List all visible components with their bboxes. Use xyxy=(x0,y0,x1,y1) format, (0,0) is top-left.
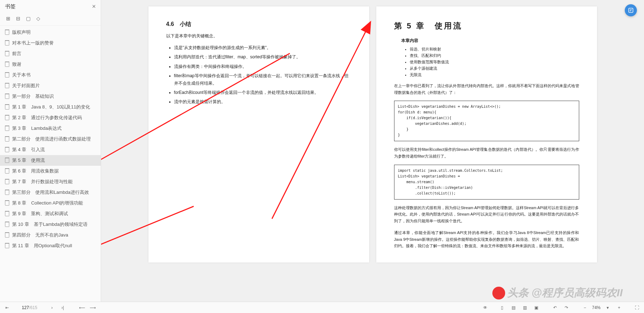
bookmark-item[interactable]: 第 8 章 Collection API的增强功能 xyxy=(0,198,101,208)
bookmark-outline-icon[interactable]: ◇ xyxy=(35,15,41,22)
bookmark-add-icon[interactable]: ▢ xyxy=(25,15,31,22)
content-item: 筛选、切片和映射 xyxy=(410,47,579,52)
bookmark-item[interactable]: 第 7 章 并行数据处理与性能 xyxy=(0,176,101,187)
bookmark-label: 致谢 xyxy=(12,61,21,68)
bookmark-item[interactable]: 关于本书 xyxy=(0,70,101,80)
bookmark-item[interactable]: 第四部分 无所不在的Java xyxy=(0,230,101,240)
contents-heading: 本章内容 xyxy=(401,38,579,44)
bookmark-item[interactable]: 第 4 章 引入流 xyxy=(0,144,101,155)
section-intro: 以下是本章中的关键概念。 xyxy=(166,33,351,39)
bookmark-item[interactable]: 第二部分 使用流进行函数式数据处理 xyxy=(0,134,101,144)
bookmark-label: 关于封面图片 xyxy=(12,83,40,89)
sidebar-toolbar: ⊞ ⊟ ▢ ◇ xyxy=(0,13,101,26)
current-page: 127 xyxy=(22,305,29,310)
page-left: 4.6 小结 以下是本章中的关键概念。 流是"从支持数据处理操作的源生成的一系列… xyxy=(148,6,369,262)
chapter-title: 第 5 章 使用流 xyxy=(394,21,579,31)
page-number-display[interactable]: 127/615 xyxy=(14,305,46,310)
bookmark-label: 第 4 章 引入流 xyxy=(12,147,45,153)
bookmark-item[interactable]: 第三部分 使用流和Lambda进行高效 xyxy=(0,187,101,198)
chapter-contents-list: 筛选、切片和映射查找、匹配和归约使用数值范围等数值流从多个源创建流无限流 xyxy=(410,47,579,78)
bookmark-label: 第 5 章 使用流 xyxy=(12,157,45,164)
bookmark-label: 第 6 章 用流收集数据 xyxy=(12,168,59,174)
sidebar-title: 书签 xyxy=(5,3,16,10)
bookmark-item[interactable]: 前言 xyxy=(0,48,101,59)
bookmark-label: 第 11 章 用Optional取代null xyxy=(12,243,72,249)
total-pages: /615 xyxy=(29,305,37,310)
rotate-left-icon[interactable]: ↶ xyxy=(551,303,559,312)
bookmark-label: 第 7 章 并行数据处理与性能 xyxy=(12,179,73,185)
next-page-button[interactable]: › xyxy=(48,303,56,312)
zoom-level[interactable]: 74% xyxy=(592,305,601,310)
content-item: 使用数值范围等数值流 xyxy=(410,59,579,65)
fullscreen-icon[interactable]: ⛶ xyxy=(633,303,641,312)
bookmark-label: 第一部分 基础知识 xyxy=(12,93,54,100)
content-item: 无限流 xyxy=(410,72,579,78)
bookmark-label: 第四部分 无所不在的Java xyxy=(12,232,68,238)
bookmark-icon xyxy=(5,233,9,238)
view-eye-icon[interactable]: 👁 xyxy=(481,303,489,312)
bookmark-icon xyxy=(5,105,9,110)
bookmark-item[interactable]: 第 1 章 Java 8、9、10以及11的变化 xyxy=(0,102,101,112)
book-view-icon[interactable]: ▣ xyxy=(532,303,541,312)
rotate-right-icon[interactable]: ↷ xyxy=(562,303,571,312)
last-page-button[interactable]: ›| xyxy=(58,303,67,312)
bookmark-label: 关于本书 xyxy=(12,72,31,78)
bookmark-icon xyxy=(5,158,9,163)
zoom-dropdown-icon[interactable]: ▾ xyxy=(603,303,612,312)
bookmark-icon xyxy=(5,201,9,206)
bookmark-icon xyxy=(5,169,9,174)
page-right: 第 5 章 使用流 本章内容 筛选、切片和映射查找、匹配和归约使用数值范围等数值… xyxy=(376,6,597,262)
bookmark-item[interactable]: 致谢 xyxy=(0,59,101,70)
bookmark-label: 第 1 章 Java 8、9、10以及11的变化 xyxy=(12,104,90,110)
bookmark-label: 第 2 章 通过行为参数化传递代码 xyxy=(12,115,82,121)
bookmark-item[interactable]: 对本书上一版的赞誉 xyxy=(0,38,101,48)
bookmark-item[interactable]: 第 9 章 重构、测试和调试 xyxy=(0,208,101,219)
nav-fwd-button[interactable]: ⟶ xyxy=(88,303,97,312)
bookmark-item[interactable]: 第 3 章 Lambda表达式 xyxy=(0,123,101,134)
single-page-icon[interactable]: ▯ xyxy=(498,303,507,312)
zoom-out-button[interactable]: − xyxy=(581,303,589,312)
bookmark-item[interactable]: 第 2 章 通过行为参数化传递代码 xyxy=(0,112,101,123)
zoom-in-button[interactable]: + xyxy=(615,303,623,312)
bookmarks-list[interactable]: 版权声明对本书上一版的赞誉前言致谢关于本书关于封面图片第一部分 基础知识第 1 … xyxy=(0,26,101,313)
bookmark-label: 第 9 章 重构、测试和调试 xyxy=(12,211,68,217)
collapse-icon[interactable]: ⊟ xyxy=(15,15,21,22)
bookmark-label: 第二部分 使用流进行函数式数据处理 xyxy=(12,136,91,142)
bookmark-icon xyxy=(5,41,9,46)
bookmark-icon xyxy=(5,73,9,78)
bullet-item: 流利用内部迭代：迭代通过filter、map、sorted等操作被抽象掉了。 xyxy=(174,53,351,60)
bookmark-icon xyxy=(5,179,9,184)
watermark-logo-icon xyxy=(492,287,505,299)
two-page-icon[interactable]: ▥ xyxy=(521,303,529,312)
paragraph: 通过本章，你能全面地了解Stream API支持的各种操作。我们会学习Java … xyxy=(394,229,579,249)
bookmark-icon xyxy=(5,51,9,56)
expand-icon[interactable]: ⊞ xyxy=(5,15,11,22)
paragraph: 这种处理数据的方式很有用，因为你让Stream API管理如何处理数据。这样St… xyxy=(394,205,579,224)
continuous-icon[interactable]: ▤ xyxy=(509,303,518,312)
bookmark-icon xyxy=(5,62,9,67)
first-page-button[interactable]: ⇤ xyxy=(3,303,11,312)
bookmark-item[interactable]: 第 6 章 用流收集数据 xyxy=(0,166,101,176)
bullet-item: 流是"从支持数据处理操作的源生成的一系列元素"。 xyxy=(174,44,351,51)
close-icon[interactable]: × xyxy=(92,3,96,10)
bookmark-label: 第 3 章 Lambda表达式 xyxy=(12,125,62,132)
bookmark-item[interactable]: 第 5 章 使用流 xyxy=(0,155,101,166)
bookmark-icon xyxy=(5,190,9,195)
summary-bullets: 流是"从支持数据处理操作的源生成的一系列元素"。流利用内部迭代：迭代通过filt… xyxy=(174,44,351,106)
bookmark-item[interactable]: 第 10 章 基于Lambda的领域特定语 xyxy=(0,219,101,230)
bookmark-item[interactable]: 第一部分 基础知识 xyxy=(0,91,101,102)
nav-back-button[interactable]: ⟵ xyxy=(78,303,86,312)
bookmark-icon xyxy=(5,115,9,120)
bookmark-item[interactable]: 第 11 章 用Optional取代null xyxy=(0,240,101,251)
assistant-float-button[interactable] xyxy=(625,4,637,16)
bookmark-label: 第 10 章 基于Lambda的领域特定语 xyxy=(12,221,88,228)
bookmark-icon xyxy=(5,147,9,152)
bookmark-icon xyxy=(5,126,9,131)
bookmark-icon xyxy=(5,211,9,216)
bookmark-icon xyxy=(5,243,9,248)
section-heading: 4.6 小结 xyxy=(166,21,351,28)
bookmark-label: 对本书上一版的赞誉 xyxy=(12,40,54,46)
paragraph: 你可以使用支持filter和collect操作的Stream API管理集合数据… xyxy=(394,146,579,159)
bookmark-item[interactable]: 关于封面图片 xyxy=(0,80,101,91)
bookmark-item[interactable]: 版权声明 xyxy=(0,27,101,38)
